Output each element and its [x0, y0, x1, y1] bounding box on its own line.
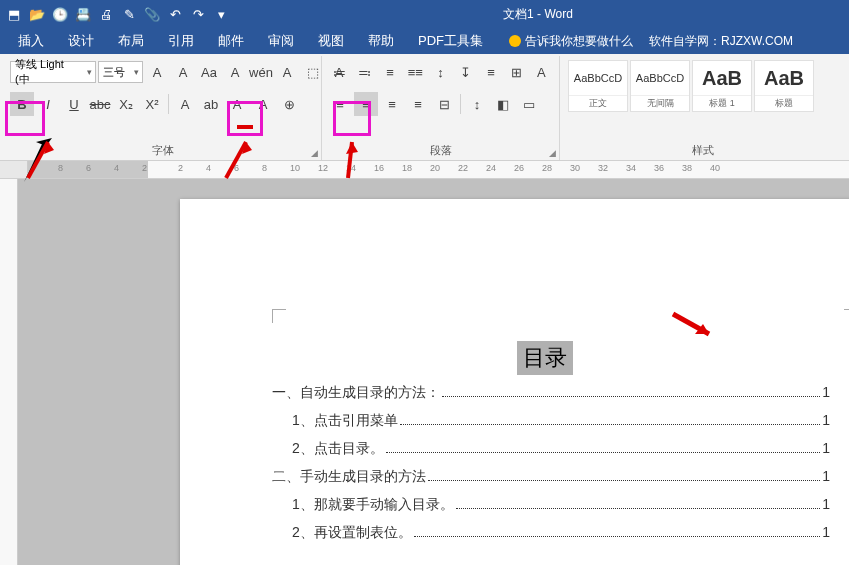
para-dialog-launcher-icon[interactable]: ◢	[549, 148, 556, 158]
margin-corner-icon	[844, 309, 849, 323]
sort-button[interactable]: ≡	[479, 60, 502, 84]
show-marks-button[interactable]: ⊞	[505, 60, 528, 84]
annotation-arrow-icon	[18, 128, 78, 192]
qa-btn-0[interactable]: ⬒	[4, 4, 24, 24]
underline[interactable]: U	[62, 92, 86, 116]
quick-access-toolbar: ⬒📂🕒📇🖨✎📎↶↷▾	[4, 4, 231, 24]
qa-btn-8[interactable]: ↷	[188, 4, 208, 24]
bulb-icon	[509, 35, 521, 47]
superscript[interactable]: X²	[140, 92, 164, 116]
para-row-1: ≔≕≡≡≡↕↧≡⊞A	[328, 58, 553, 86]
styles-gallery[interactable]: AaBbCcD正文AaBbCcD无间隔AaB标题 1AaB标题	[566, 58, 839, 114]
cn-layout-button[interactable]: ↧	[454, 60, 477, 84]
highlight[interactable]: ab	[199, 92, 223, 116]
enclose[interactable]: ⊕	[277, 92, 301, 116]
toc-entries: 一、自动生成目录的方法：11、点击引用菜单12、点击目录。1二、手动生成目录的方…	[272, 384, 830, 552]
text-effect[interactable]: A	[173, 92, 197, 116]
ribbon-tabs: 插入设计布局引用邮件审阅视图帮助PDF工具集 告诉我你想要做什么 软件自学网：R…	[0, 28, 849, 54]
page[interactable]: 目录 一、自动生成目录的方法：11、点击引用菜单12、点击目录。1二、手动生成目…	[180, 199, 849, 565]
subscript[interactable]: X₂	[114, 92, 138, 116]
annotation-arrow-icon	[216, 128, 276, 192]
strike[interactable]: abc	[88, 92, 112, 116]
undefined-button[interactable]: A	[530, 60, 553, 84]
document-area: 目录 一、自动生成目录的方法：11、点击引用菜单12、点击目录。1二、手动生成目…	[0, 179, 849, 565]
bullets-button[interactable]: ≔	[328, 60, 351, 84]
char-fx-button[interactable]: A	[275, 60, 299, 84]
tell-me[interactable]: 告诉我你想要做什么	[509, 33, 633, 50]
toc-entry[interactable]: 一、自动生成目录的方法：1	[272, 384, 830, 402]
phonetic-button[interactable]: wén	[249, 60, 273, 84]
vertical-ruler[interactable]	[0, 179, 18, 565]
clear-format-button[interactable]: A	[223, 60, 247, 84]
font-name-combo[interactable]: 等线 Light (中	[10, 61, 96, 83]
toc-title[interactable]: 目录	[517, 341, 573, 375]
shading[interactable]: ◧	[491, 92, 515, 116]
styles-group-label: 样式	[566, 141, 839, 160]
style-正文[interactable]: AaBbCcD正文	[568, 60, 628, 112]
qa-btn-6[interactable]: 📎	[142, 4, 162, 24]
horizontal-ruler[interactable]: 8642246810121416182022242628303234363840	[0, 161, 849, 179]
shrink-font-button[interactable]: A	[171, 60, 195, 84]
numbering-button[interactable]: ≕	[353, 60, 376, 84]
increase-indent-button[interactable]: ↕	[429, 60, 452, 84]
qa-btn-4[interactable]: 🖨	[96, 4, 116, 24]
decrease-indent-button[interactable]: ≡≡	[404, 60, 427, 84]
qa-btn-3[interactable]: 📇	[73, 4, 93, 24]
margin-corner-icon	[272, 309, 286, 323]
tab-邮件[interactable]: 邮件	[206, 29, 256, 53]
tab-设计[interactable]: 设计	[56, 29, 106, 53]
tab-帮助[interactable]: 帮助	[356, 29, 406, 53]
qa-btn-9[interactable]: ▾	[211, 4, 231, 24]
grow-font-button[interactable]: A	[145, 60, 169, 84]
tab-插入[interactable]: 插入	[6, 29, 56, 53]
font-dialog-launcher-icon[interactable]: ◢	[311, 148, 318, 158]
tab-视图[interactable]: 视图	[306, 29, 356, 53]
font-row-2: BIUabcX₂X²AabAA⊕	[10, 90, 315, 118]
style-标题 1[interactable]: AaB标题 1	[692, 60, 752, 112]
annotation-arrow-icon	[326, 128, 386, 192]
titlebar: ⬒📂🕒📇🖨✎📎↶↷▾ 文档1 - Word	[0, 0, 849, 28]
line-spacing[interactable]: ↕	[465, 92, 489, 116]
annotation-arrow-icon	[665, 298, 725, 362]
toc-entry[interactable]: 1、那就要手动输入目录。1	[272, 496, 830, 514]
styles-group: AaBbCcD正文AaBbCcD无间隔AaB标题 1AaB标题 样式	[560, 56, 845, 160]
tab-审阅[interactable]: 审阅	[256, 29, 306, 53]
window-title: 文档1 - Word	[231, 6, 845, 23]
tab-布局[interactable]: 布局	[106, 29, 156, 53]
borders[interactable]: ▭	[517, 92, 541, 116]
multilevel-button[interactable]: ≡	[378, 60, 401, 84]
change-case-button[interactable]: Aa	[197, 60, 221, 84]
align-dist[interactable]: ⊟	[432, 92, 456, 116]
font-size-combo[interactable]: 三号	[98, 61, 143, 83]
align-right[interactable]: ≡	[380, 92, 404, 116]
qa-btn-1[interactable]: 📂	[27, 4, 47, 24]
qa-btn-7[interactable]: ↶	[165, 4, 185, 24]
watermark-link: 软件自学网：RJZXW.COM	[649, 33, 793, 50]
tab-PDF工具集[interactable]: PDF工具集	[406, 29, 495, 53]
qa-btn-2[interactable]: 🕒	[50, 4, 70, 24]
align-justify[interactable]: ≡	[406, 92, 430, 116]
ribbon: 等线 Light (中 三号 AAAaAwénA⬚A BIUabcX₂X²Aab…	[0, 54, 849, 161]
toc-entry[interactable]: 2、再设置制表位。1	[272, 524, 830, 542]
qa-btn-5[interactable]: ✎	[119, 4, 139, 24]
font-row-1: 等线 Light (中 三号 AAAaAwénA⬚A	[10, 58, 315, 86]
style-标题[interactable]: AaB标题	[754, 60, 814, 112]
toc-entry[interactable]: 1、点击引用菜单1	[272, 412, 830, 430]
style-无间隔[interactable]: AaBbCcD无间隔	[630, 60, 690, 112]
toc-entry[interactable]: 2、点击目录。1	[272, 440, 830, 458]
toc-entry[interactable]: 二、手动生成目录的方法1	[272, 468, 830, 486]
tab-引用[interactable]: 引用	[156, 29, 206, 53]
